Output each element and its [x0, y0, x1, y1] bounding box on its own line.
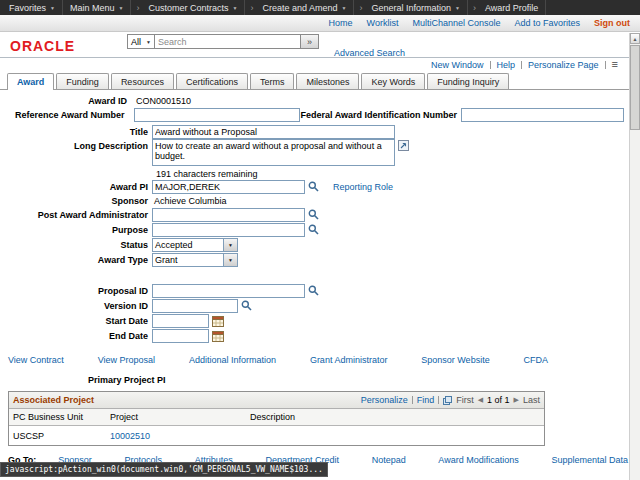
award-form: Award ID CON0001510 Reference Award Numb… [0, 94, 640, 343]
tab-terms[interactable]: Terms [250, 73, 295, 89]
tab-certifications[interactable]: Certifications [176, 73, 248, 89]
long-description-field[interactable]: How to create an award without a proposa… [152, 139, 395, 166]
goto-award-modifications-link[interactable]: Award Modifications [438, 455, 518, 465]
personalize-link[interactable]: Personalize [361, 395, 408, 405]
separator [490, 61, 491, 69]
pager-prev-icon[interactable]: ◀ [478, 396, 483, 404]
personalize-page-link[interactable]: Personalize Page [528, 60, 599, 70]
lookup-icon[interactable] [241, 300, 252, 311]
table-row: USCSP 10002510 [9, 426, 544, 445]
award-type-value: Grant [153, 254, 223, 266]
title-label: Title [0, 127, 152, 137]
title-field[interactable] [152, 125, 395, 139]
project-id-link[interactable]: 10002510 [110, 431, 150, 441]
tab-key-words[interactable]: Key Words [361, 73, 425, 89]
end-date-label: End Date [0, 331, 152, 341]
page-tools: New Window Help Personalize Page ≡ [0, 58, 640, 71]
reporting-role-link[interactable]: Reporting Role [333, 182, 393, 192]
sign-out-link[interactable]: Sign out [594, 18, 630, 28]
calendar-icon[interactable] [212, 315, 224, 327]
separator [521, 61, 522, 69]
breadcrumb-general-information[interactable]: General Information ▼ [364, 0, 468, 15]
lookup-icon[interactable] [308, 285, 319, 296]
tab-funding-inquiry[interactable]: Funding Inquiry [427, 73, 509, 89]
search-go-button[interactable]: » [301, 34, 319, 49]
find-link[interactable]: Find [417, 395, 435, 405]
breadcrumb-label: Main Menu [70, 3, 115, 13]
scroll-up-icon[interactable]: ▲ [630, 33, 640, 44]
chevron-down-icon: ▼ [146, 39, 151, 45]
scrollbar-thumb[interactable] [630, 45, 640, 130]
grant-administrator-link[interactable]: Grant Administrator [310, 355, 388, 367]
expand-editor-icon[interactable] [398, 140, 409, 151]
post-award-administrator-field[interactable] [152, 208, 305, 222]
multichannel-console-link[interactable]: MultiChannel Console [412, 18, 500, 28]
goto-supplemental-data-link[interactable]: Supplemental Data [551, 455, 628, 465]
vertical-scrollbar[interactable]: ▲ [629, 33, 640, 480]
characters-remaining: 191 characters remaining [156, 168, 640, 179]
breadcrumb-award-profile[interactable]: Award Profile [478, 0, 546, 15]
breadcrumb-customer-contracts[interactable]: Customer Contracts ▼ [141, 0, 245, 15]
search-bar: All ▼ » [127, 34, 319, 49]
chevron-down-icon: ▼ [342, 5, 347, 11]
lookup-icon[interactable] [308, 224, 319, 235]
zoom-grid-icon[interactable] [443, 396, 452, 405]
column-header-project: Project [106, 409, 246, 425]
pager-first-label: First [456, 395, 474, 405]
calendar-icon[interactable] [212, 330, 224, 342]
proposal-id-field[interactable] [152, 284, 305, 298]
end-date-field[interactable] [152, 329, 209, 343]
award-profile-page: Favorites ▼ Main Menu ▼ › Customer Contr… [0, 0, 640, 480]
pager-last-label: Last [523, 395, 540, 405]
tab-milestones[interactable]: Milestones [296, 73, 359, 89]
home-link[interactable]: Home [329, 18, 353, 28]
lookup-icon[interactable] [308, 209, 319, 220]
advanced-search-link[interactable]: Advanced Search [334, 48, 405, 58]
grid-toolbar: Personalize Find First ◀ 1 of 1 ▶ Last [361, 395, 540, 405]
cfda-link[interactable]: CFDA [524, 355, 549, 367]
search-input[interactable] [155, 34, 301, 49]
search-scope-select[interactable]: All ▼ [127, 34, 155, 49]
breadcrumb-favorites[interactable]: Favorites ▼ [2, 0, 63, 15]
breadcrumb-label: Favorites [9, 3, 46, 13]
start-date-field[interactable] [152, 314, 209, 328]
award-pi-label: Award PI [0, 182, 152, 192]
pager-position: 1 of 1 [487, 395, 510, 405]
worklist-link[interactable]: Worklist [367, 18, 399, 28]
column-header-pc-business-unit: PC Business Unit [9, 409, 106, 425]
version-id-field[interactable] [152, 299, 238, 313]
breadcrumb-label: General Information [371, 3, 451, 13]
chevron-right-icon: › [354, 0, 364, 15]
add-to-favorites-link[interactable]: Add to Favorites [514, 18, 580, 28]
menu-icon[interactable]: ≡ [612, 60, 618, 69]
associated-project-grid: Associated Project Personalize Find Firs… [8, 391, 545, 446]
column-header-description: Description [246, 409, 544, 425]
federal-award-id-field[interactable] [461, 108, 624, 122]
award-type-select[interactable]: Grant ▼ [152, 253, 238, 267]
tab-award[interactable]: Award [7, 73, 54, 90]
award-type-label: Award Type [0, 255, 152, 265]
reference-award-number-field[interactable] [134, 108, 301, 122]
help-link[interactable]: Help [497, 60, 516, 70]
federal-award-id-label: Federal Award Identification Number [300, 110, 461, 120]
tab-resources[interactable]: Resources [111, 73, 174, 89]
utility-nav: Home Worklist MultiChannel Console Add t… [0, 15, 640, 32]
lookup-icon[interactable] [308, 181, 319, 192]
breadcrumb-label: Customer Contracts [148, 3, 228, 13]
pager-next-icon[interactable]: ▶ [514, 396, 519, 404]
view-contract-link[interactable]: View Contract [8, 355, 64, 367]
breadcrumb-main-menu[interactable]: Main Menu ▼ [63, 0, 131, 15]
award-pi-field[interactable] [152, 180, 305, 194]
tab-funding[interactable]: Funding [56, 73, 109, 89]
reference-award-number-label: Reference Award Number [0, 110, 129, 120]
purpose-field[interactable] [152, 223, 305, 237]
new-window-link[interactable]: New Window [431, 60, 484, 70]
breadcrumb: Favorites ▼ Main Menu ▼ › Customer Contr… [0, 0, 640, 15]
goto-notepad-link[interactable]: Notepad [372, 455, 406, 465]
additional-information-link[interactable]: Additional Information [189, 355, 276, 367]
status-select[interactable]: Accepted ▼ [152, 238, 238, 252]
view-proposal-link[interactable]: View Proposal [98, 355, 155, 367]
breadcrumb-create-and-amend[interactable]: Create and Amend ▼ [255, 0, 354, 15]
post-award-administrator-label: Post Award Administrator [0, 210, 152, 220]
sponsor-website-link[interactable]: Sponsor Website [421, 355, 489, 367]
